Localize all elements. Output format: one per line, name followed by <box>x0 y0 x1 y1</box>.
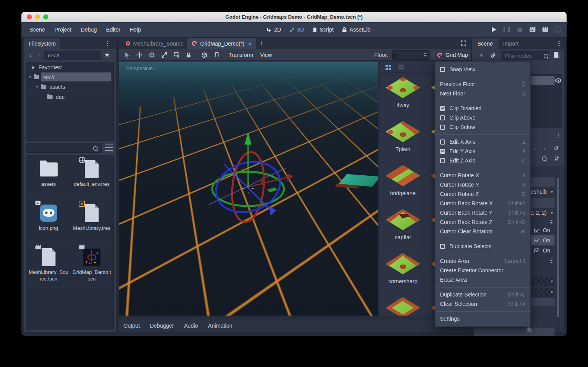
palette-item[interactable] <box>380 293 426 316</box>
pause-button[interactable] <box>503 26 510 33</box>
scrollbar-thumb[interactable] <box>557 178 559 317</box>
chevron-down-icon[interactable]: ▾ <box>551 189 553 194</box>
new-scene-tab-button[interactable]: + <box>257 39 266 48</box>
select-mode-button[interactable] <box>122 50 132 60</box>
inspector-scrollbar[interactable] <box>557 177 559 336</box>
distraction-free-mode-icon[interactable] <box>461 40 467 47</box>
history-icon[interactable]: ↺ <box>554 145 559 152</box>
scene-tab-meshlibrary-source[interactable]: MeshLibrary_Source <box>121 38 188 49</box>
menu-item[interactable]: Snap View <box>435 65 530 74</box>
zoom-window-button[interactable] <box>43 14 48 19</box>
list-select-button[interactable] <box>172 50 182 60</box>
spinbox-updown-icon[interactable] <box>424 53 427 56</box>
chevron-down-icon[interactable]: ▾ <box>29 75 34 79</box>
menu-item[interactable] <box>435 74 530 79</box>
menu-item[interactable]: Cursor Back Rotate Z Shift+D <box>435 217 530 227</box>
list-view-icon[interactable] <box>398 65 404 69</box>
checkbox-icon[interactable] <box>534 248 539 253</box>
inspector-back-button[interactable]: ‹ <box>533 145 535 152</box>
menu-item[interactable]: Erase Area <box>435 275 530 284</box>
gridmap-menu-button[interactable]: Grid Map <box>437 49 468 61</box>
menu-bar-item[interactable]: Help <box>130 26 141 33</box>
workspace-script[interactable]: Script <box>312 26 334 33</box>
bottom-panel-tab[interactable]: Output <box>123 323 140 329</box>
palette-item[interactable]: Tplain <box>380 116 426 160</box>
bottom-panel-tab[interactable]: Debugger <box>150 323 174 329</box>
scene-dock-menu-icon[interactable] <box>558 41 560 42</box>
menu-item[interactable]: Duplicate Selects <box>435 242 530 251</box>
menu-item[interactable]: Clear Selection Shift+X <box>435 299 530 309</box>
file-item[interactable]: MeshLibrary.tres <box>70 200 113 243</box>
workspace-2d[interactable]: 2D <box>266 26 281 33</box>
inspector-dock-menu-icon[interactable] <box>558 133 559 134</box>
filter-nodes-input[interactable] <box>502 51 549 60</box>
path-input[interactable] <box>44 51 101 60</box>
tree-item-assets[interactable]: ▾ assets <box>27 82 113 92</box>
menu-item[interactable]: Cursor Rotate Z D <box>435 189 530 199</box>
close-window-button[interactable] <box>27 14 32 19</box>
menu-item[interactable]: Create Area Launch1 <box>435 256 530 266</box>
menu-item[interactable]: Create Exterior Connector <box>435 266 530 275</box>
menu-item[interactable]: Cursor Back Rotate Y Shift+S <box>435 208 530 217</box>
scene-tab-gridmap-demo[interactable]: GridMap_Demo(*) × <box>187 38 256 49</box>
menu-item[interactable]: Clip Below <box>435 122 530 132</box>
snap-toggle-button[interactable] <box>211 50 222 60</box>
checkbox-icon[interactable] <box>534 228 539 233</box>
chevron-down-icon[interactable]: ▾ <box>36 85 41 89</box>
workspace-3d[interactable]: 3D <box>289 26 304 33</box>
move-mode-button[interactable] <box>134 50 144 60</box>
tab-scene[interactable]: Scene <box>472 38 498 49</box>
chevron-down-icon[interactable]: ▾ <box>551 279 553 284</box>
tree-item-favorites[interactable]: ★ Favorites: <box>27 62 113 72</box>
file-item[interactable]: MeshLibrary_Source.tscn <box>27 244 70 288</box>
menu-item[interactable]: Cursor Rotate Y S <box>435 180 530 189</box>
menu-bar-item[interactable]: Project <box>55 26 72 33</box>
stop-button[interactable] <box>516 26 523 33</box>
minimize-window-button[interactable] <box>35 14 40 19</box>
filesystem-dock-menu-icon[interactable] <box>107 41 108 42</box>
inspector-search-icon[interactable] <box>542 156 547 161</box>
tab-import[interactable]: Import <box>498 38 524 49</box>
menu-item[interactable]: Clip Disabled <box>435 104 530 113</box>
bottom-panel-tab[interactable]: Animation <box>208 323 232 329</box>
menu-item[interactable] <box>435 165 530 171</box>
file-item[interactable]: assets <box>27 156 70 199</box>
rotate-mode-button[interactable] <box>147 50 157 60</box>
chevron-down-icon[interactable]: ▾ <box>551 210 553 215</box>
file-item[interactable]: GridMap_Demo.tscn <box>70 244 113 288</box>
tab-filesystem[interactable]: FileSystem <box>24 38 60 49</box>
close-tab-icon[interactable]: × <box>248 40 252 47</box>
palette-item[interactable]: cornersharp <box>380 249 426 292</box>
menu-item[interactable] <box>435 98 530 104</box>
file-search-input[interactable] <box>26 143 102 153</box>
thumbnail-view-icon[interactable] <box>386 65 388 67</box>
menu-bar-item[interactable]: Debug <box>81 26 97 33</box>
inspector-forward-button[interactable]: › <box>544 145 546 152</box>
viewport-3d[interactable]: [ Perspective ] <box>119 62 378 316</box>
add-node-button[interactable]: + <box>479 51 483 60</box>
checkbox-icon[interactable] <box>534 238 539 243</box>
menu-item[interactable] <box>435 309 530 314</box>
file-item[interactable]: icon.png <box>27 200 70 243</box>
floor-spinbox[interactable] <box>392 50 430 60</box>
play-custom-scene-button[interactable] <box>542 26 548 33</box>
menu-item[interactable]: Duplicate Selection Shift+C <box>435 290 530 299</box>
bottom-panel-tab[interactable]: Audio <box>184 323 198 329</box>
history-forward-button[interactable]: › <box>35 51 43 60</box>
menu-item[interactable] <box>435 132 530 137</box>
menu-item[interactable] <box>435 251 530 256</box>
spinbox-updown-icon[interactable] <box>550 220 553 224</box>
play-button[interactable] <box>491 26 497 33</box>
tree-item-dae[interactable]: dae <box>27 92 113 102</box>
palette-item[interactable]: bridgelane <box>380 161 426 204</box>
menu-bar-item[interactable]: Scene <box>30 26 45 33</box>
menu-item[interactable]: Next Floor E <box>435 89 530 98</box>
spinbox-updown-icon[interactable] <box>550 259 553 263</box>
attach-script-icon[interactable] <box>554 52 558 58</box>
view-menu[interactable]: View <box>260 49 272 61</box>
menu-item[interactable]: Edit Y Axis X <box>435 146 530 156</box>
transform-menu[interactable]: Transform <box>229 49 253 61</box>
chevron-down-icon[interactable]: ▾ <box>551 289 553 295</box>
menu-item[interactable]: Edit Z Axis C <box>435 156 530 165</box>
menu-item[interactable]: Settings <box>435 314 530 323</box>
